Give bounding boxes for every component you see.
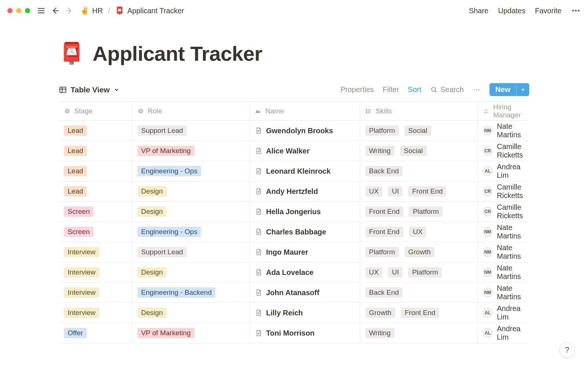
cell-manager[interactable]: NM Nate Martins xyxy=(478,222,529,242)
breadcrumb-current[interactable]: 📮 Applicant Tracker xyxy=(114,6,186,16)
nav-forward-icon[interactable] xyxy=(65,6,74,15)
help-button[interactable]: ? xyxy=(559,342,575,358)
cell-stage[interactable]: Offer xyxy=(59,323,132,343)
column-header-stage[interactable]: Stage xyxy=(59,102,132,120)
table-row[interactable]: Lead Engineering - Ops Leonard Kleinrock… xyxy=(59,161,529,181)
cell-name[interactable]: Charles Babbage xyxy=(250,222,360,242)
close-window-icon[interactable] xyxy=(7,8,12,13)
table-row[interactable]: Lead VP of Marketing Alice Walker Writin… xyxy=(59,141,529,161)
cell-role[interactable]: VP of Marketing xyxy=(132,141,250,161)
tag: Back End xyxy=(365,166,402,176)
new-button-label[interactable]: New xyxy=(490,83,516,96)
table-row[interactable]: Lead Support Lead Gwendolyn Brooks Platf… xyxy=(59,121,529,141)
page-icon xyxy=(255,329,262,337)
cell-role[interactable]: Support Lead xyxy=(132,242,250,262)
favorite-button[interactable]: Favorite xyxy=(535,7,562,15)
cell-manager[interactable]: AL Andrea Lim xyxy=(478,161,529,181)
cell-role[interactable]: Design xyxy=(132,262,250,282)
column-header-manager[interactable]: Hiring Manager xyxy=(478,102,529,120)
cell-manager[interactable]: CR Camille Ricketts xyxy=(478,181,529,201)
table-row[interactable]: Screen Design Hella Jongerius Front EndP… xyxy=(59,202,529,222)
cell-stage[interactable]: Screen xyxy=(59,222,132,242)
cell-stage[interactable]: Lead xyxy=(59,181,132,201)
cell-name[interactable]: John Atanasoff xyxy=(250,283,360,302)
cell-skills[interactable]: UXUIFront End xyxy=(360,181,478,201)
cell-name[interactable]: Ada Lovelace xyxy=(250,262,360,282)
hiring-manager: NM Nate Martins xyxy=(483,264,524,281)
table-row[interactable]: Interview Support Lead Ingo Maurer Platf… xyxy=(59,242,529,262)
cell-name[interactable]: Lilly Reich xyxy=(250,303,360,323)
cell-role[interactable]: Design xyxy=(132,181,250,201)
cell-role[interactable]: Support Lead xyxy=(132,121,250,141)
share-button[interactable]: Share xyxy=(469,7,488,15)
cell-stage[interactable]: Interview xyxy=(59,262,132,282)
new-button-dropdown[interactable] xyxy=(516,83,529,96)
minimize-window-icon[interactable] xyxy=(16,8,21,13)
table-row[interactable]: Interview Engineering - Backend John Ata… xyxy=(59,283,529,303)
cell-skills[interactable]: GrowthFront End xyxy=(360,303,478,323)
cell-stage[interactable]: Interview xyxy=(59,242,132,262)
sort-button[interactable]: Sort xyxy=(408,85,422,94)
cell-name[interactable]: Leonard Kleinrock xyxy=(250,161,360,181)
maximize-window-icon[interactable] xyxy=(25,8,30,13)
cell-skills[interactable]: PlatformSocial xyxy=(360,121,478,141)
cell-manager[interactable]: CR Camille Ricketts xyxy=(478,141,529,161)
search-button[interactable]: Search xyxy=(430,85,464,94)
cell-skills[interactable]: Front EndUX xyxy=(360,222,478,242)
breadcrumb-parent[interactable]: ✌️ HR xyxy=(79,6,104,16)
cell-stage[interactable]: Lead xyxy=(59,141,132,161)
page-emoji[interactable]: 📮 xyxy=(59,41,85,66)
cell-name[interactable]: Alice Walker xyxy=(250,141,360,161)
column-header-role[interactable]: Role xyxy=(132,102,250,120)
avatar: NM xyxy=(483,268,492,277)
column-header-skills[interactable]: Skills xyxy=(360,102,478,120)
cell-role[interactable]: Design xyxy=(132,202,250,222)
cell-skills[interactable]: Writing xyxy=(360,323,478,343)
cell-stage[interactable]: Lead xyxy=(59,121,132,141)
table-row[interactable]: Offer VP of Marketing Toni Morrison Writ… xyxy=(59,323,529,343)
cell-skills[interactable]: PlatformGrowth xyxy=(360,242,478,262)
cell-name[interactable]: Ingo Maurer xyxy=(250,242,360,262)
table-row[interactable]: Interview Design Ada Lovelace UXUIPlatfo… xyxy=(59,262,529,283)
cell-manager[interactable]: NM Nate Martins xyxy=(478,262,529,282)
table-row[interactable]: Screen Engineering - Ops Charles Babbage… xyxy=(59,222,529,242)
database-more-icon[interactable] xyxy=(473,86,481,94)
page-more-icon[interactable] xyxy=(571,6,581,15)
cell-role[interactable]: Engineering - Backend xyxy=(132,283,250,302)
cell-stage[interactable]: Lead xyxy=(59,161,132,181)
cell-manager[interactable]: AL Andrea Lim xyxy=(478,323,529,343)
cell-manager[interactable]: NM Nate Martins xyxy=(478,121,529,141)
tag: Interview xyxy=(64,267,99,277)
cell-skills[interactable]: UXUIPlatform xyxy=(360,262,478,282)
cell-manager[interactable]: CR Camille Ricketts xyxy=(478,202,529,222)
cell-skills[interactable]: Back End xyxy=(360,283,478,302)
cell-name[interactable]: Andy Hertzfeld xyxy=(250,181,360,201)
cell-name[interactable]: Toni Morrison xyxy=(250,323,360,343)
cell-stage[interactable]: Interview xyxy=(59,283,132,302)
cell-skills[interactable]: WritingSocial xyxy=(360,141,478,161)
cell-stage[interactable]: Screen xyxy=(59,202,132,222)
cell-name[interactable]: Hella Jongerius xyxy=(250,202,360,222)
view-switcher[interactable]: Table View xyxy=(59,85,119,94)
table-row[interactable]: Lead Design Andy Hertzfeld UXUIFront End… xyxy=(59,181,529,202)
filter-button[interactable]: Filter xyxy=(383,85,399,94)
table-row[interactable]: Interview Design Lilly Reich GrowthFront… xyxy=(59,303,529,323)
manager-name: Nate Martins xyxy=(497,284,524,301)
sidebar-toggle-icon[interactable] xyxy=(37,6,46,15)
cell-manager[interactable]: AL Andrea Lim xyxy=(478,303,529,323)
cell-role[interactable]: Design xyxy=(132,303,250,323)
column-header-name[interactable]: Aa Name xyxy=(250,102,360,120)
cell-role[interactable]: VP of Marketing xyxy=(132,323,250,343)
updates-button[interactable]: Updates xyxy=(498,7,526,15)
cell-role[interactable]: Engineering - Ops xyxy=(132,161,250,181)
cell-skills[interactable]: Front EndPlatform xyxy=(360,202,478,222)
cell-skills[interactable]: Back End xyxy=(360,161,478,181)
cell-name[interactable]: Gwendolyn Brooks xyxy=(250,121,360,141)
cell-role[interactable]: Engineering - Ops xyxy=(132,222,250,242)
nav-back-icon[interactable] xyxy=(51,6,60,15)
properties-button[interactable]: Properties xyxy=(340,85,374,94)
page-title[interactable]: Applicant Tracker xyxy=(93,42,262,66)
cell-stage[interactable]: Interview xyxy=(59,303,132,323)
cell-manager[interactable]: NM Nate Martins xyxy=(478,242,529,262)
cell-manager[interactable]: NM Nate Martins xyxy=(478,283,529,302)
